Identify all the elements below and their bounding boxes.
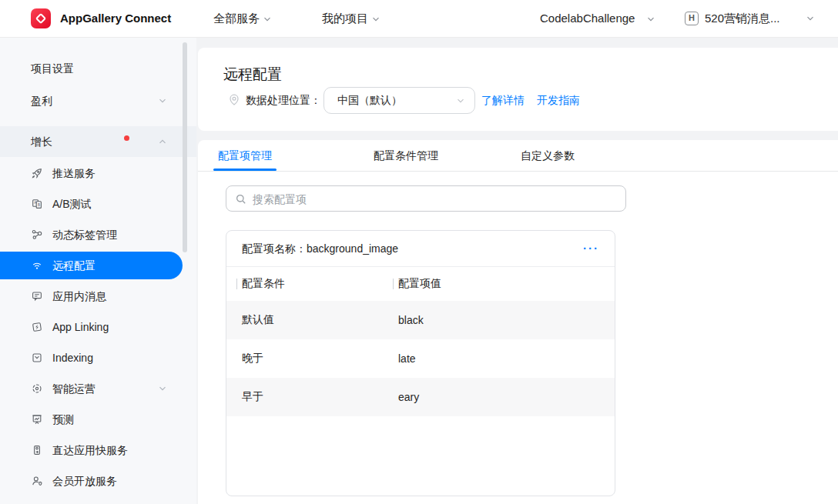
nav-my-projects[interactable]: 我的项目 bbox=[322, 0, 380, 37]
table-row[interactable]: 晚于 late bbox=[226, 339, 615, 378]
indexing-icon bbox=[31, 352, 43, 364]
sidebar-item-dynamic-tag[interactable]: 动态标签管理 bbox=[0, 219, 196, 250]
brand-title: AppGallery Connect bbox=[60, 0, 171, 37]
tab-config-item-management[interactable]: 配置项管理 bbox=[218, 140, 272, 171]
cell-value: black bbox=[393, 314, 615, 326]
cell-value: eary bbox=[393, 391, 615, 403]
cell-condition: 早于 bbox=[226, 390, 393, 404]
phone-arrow-icon bbox=[31, 444, 43, 456]
appgallery-connect-window: AppGallery Connect 全部服务 我的项目 CodelabChal… bbox=[0, 0, 838, 504]
chevron-down-icon bbox=[158, 96, 167, 105]
config-item-card-header: 配置项名称：background_image ··· bbox=[226, 231, 615, 267]
page-header-panel: 远程配置 数据处理位置： 中国（默认） 了解详情 开发指南 bbox=[198, 48, 838, 131]
sidebar-item-prediction[interactable]: 预测 bbox=[0, 404, 196, 435]
column-header-condition: 配置条件 bbox=[226, 277, 393, 291]
chart-board-icon bbox=[31, 413, 43, 426]
table-row[interactable]: 默认值 black bbox=[226, 301, 615, 339]
sidebar-item-growth[interactable]: 增长 bbox=[0, 126, 196, 157]
content-panel: 配置项管理 配置条件管理 自定义参数 配置项名称：background_imag… bbox=[198, 140, 838, 504]
ab-test-icon: AB bbox=[31, 198, 43, 210]
sidebar-item-ab-testing[interactable]: AB A/B测试 bbox=[0, 189, 196, 219]
gear-swirl-icon bbox=[31, 382, 43, 395]
learn-more-link[interactable]: 了解详情 bbox=[481, 87, 525, 114]
page-title: 远程配置 bbox=[223, 65, 282, 85]
tab-custom-parameters[interactable]: 自定义参数 bbox=[521, 140, 575, 171]
chevron-down-icon[interactable] bbox=[806, 14, 815, 23]
table-row[interactable]: 早于 eary bbox=[226, 378, 615, 416]
app-selector[interactable]: 520营销消息... bbox=[705, 0, 780, 37]
app-letter-badge: H bbox=[685, 12, 699, 25]
chevron-up-icon bbox=[158, 137, 167, 146]
chevron-down-icon bbox=[371, 15, 380, 24]
cell-value: late bbox=[393, 352, 615, 365]
sidebar-item-push-kit[interactable]: 推送服务 bbox=[0, 158, 196, 189]
config-item-card: 配置项名称：background_image ··· 配置条件 配置项值 默认值… bbox=[226, 230, 615, 496]
sidebar-item-smart-operation[interactable]: 智能运营 bbox=[0, 373, 196, 404]
top-header: AppGallery Connect 全部服务 我的项目 CodelabChal… bbox=[0, 0, 838, 38]
appgallery-logo-icon bbox=[31, 8, 51, 28]
column-header-value: 配置项值 bbox=[393, 277, 615, 291]
cell-condition: 晚于 bbox=[226, 352, 393, 365]
sidebar-item-in-app-messaging[interactable]: 应用内消息 bbox=[0, 281, 196, 312]
search-box bbox=[226, 185, 626, 212]
sidebar: 项目设置 盈利 增长 推送服务 AB A/B测试 动态标签管理 远程配置 bbox=[0, 37, 196, 504]
nav-all-services[interactable]: 全部服务 bbox=[213, 0, 272, 37]
table-header-row: 配置条件 配置项值 bbox=[226, 267, 615, 301]
sidebar-item-member-services[interactable]: 会员开放服务 bbox=[0, 466, 196, 496]
lightning-link-icon bbox=[31, 321, 43, 333]
chevron-down-icon bbox=[456, 96, 465, 105]
svg-text:B: B bbox=[38, 203, 40, 207]
location-pin-icon bbox=[227, 93, 241, 107]
data-location-select[interactable]: 中国（默认） bbox=[323, 87, 475, 114]
cell-condition: 默认值 bbox=[226, 313, 393, 327]
table-body: 默认值 black 晚于 late 早于 eary bbox=[226, 301, 615, 416]
chevron-down-icon bbox=[158, 384, 167, 393]
more-actions-icon[interactable]: ··· bbox=[583, 231, 599, 266]
network-nodes-icon bbox=[31, 229, 43, 241]
search-input[interactable] bbox=[251, 186, 616, 212]
chevron-down-icon bbox=[263, 15, 272, 24]
remote-config-icon bbox=[31, 259, 43, 272]
sidebar-item-remote-config[interactable]: 远程配置 bbox=[0, 252, 196, 279]
sidebar-item-earning[interactable]: 盈利 bbox=[0, 85, 196, 116]
message-bubble-icon bbox=[31, 290, 43, 302]
dev-guide-link[interactable]: 开发指南 bbox=[537, 87, 580, 114]
notification-dot bbox=[124, 135, 129, 141]
data-location-value: 中国（默认） bbox=[337, 88, 402, 113]
sidebar-item-app-linking[interactable]: App Linking bbox=[0, 312, 196, 342]
tab-bar: 配置项管理 配置条件管理 自定义参数 bbox=[198, 140, 838, 172]
search-icon bbox=[235, 193, 247, 205]
data-location-label: 数据处理位置： bbox=[246, 87, 321, 114]
project-selector[interactable]: CodelabChallenge bbox=[540, 0, 655, 37]
person-shield-icon bbox=[31, 475, 43, 487]
sidebar-item-indexing[interactable]: Indexing bbox=[0, 342, 196, 373]
sidebar-item-project-settings[interactable]: 项目设置 bbox=[0, 53, 196, 84]
chevron-down-icon bbox=[646, 15, 655, 24]
sidebar-item-quick-app[interactable]: 直达应用快服务 bbox=[0, 435, 196, 466]
sidebar-scrollbar[interactable] bbox=[183, 42, 187, 252]
tab-condition-management[interactable]: 配置条件管理 bbox=[374, 140, 438, 171]
config-item-name: 配置项名称：background_image bbox=[242, 231, 398, 266]
rocket-icon bbox=[31, 167, 43, 179]
